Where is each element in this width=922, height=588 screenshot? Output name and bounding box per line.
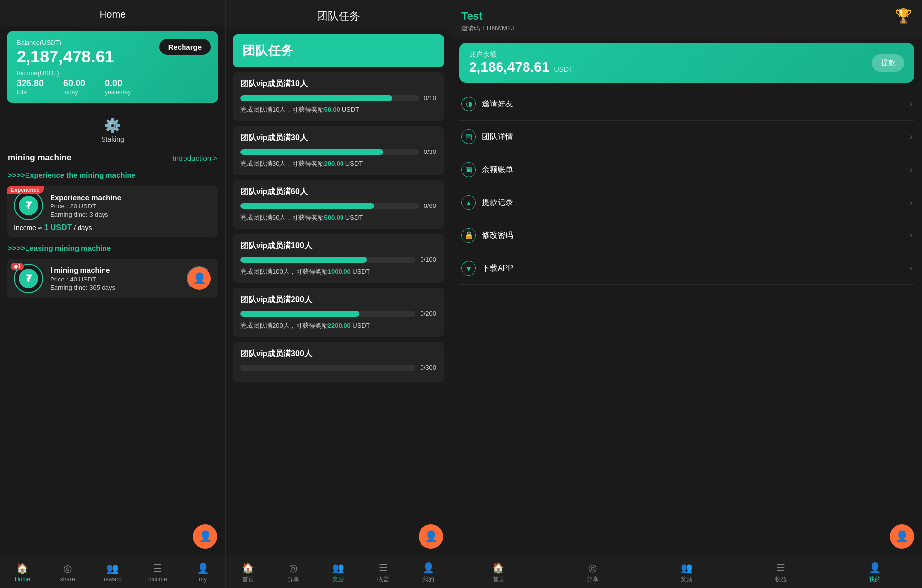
right-balance-row: 2,186,478.61 USDT <box>469 59 573 75</box>
staking-icon: ⚙️ <box>104 117 121 133</box>
nav-my[interactable]: 👤 my <box>180 557 225 588</box>
task-reward-2: 完成团队满60人，可获得奖励500.00 USDT <box>240 213 436 222</box>
income-today-sub: today <box>63 89 78 96</box>
right-nav-my[interactable]: 👤 我的 <box>828 557 922 588</box>
center-nav-home[interactable]: 🏠 首页 <box>226 557 271 588</box>
task-title-3: 团队vip成员满100人 <box>240 241 436 251</box>
right-balance-card: 账户余额 2,186,478.61 USDT 提款 <box>459 43 914 83</box>
right-nav-share[interactable]: ◎ 分享 <box>546 557 640 588</box>
reward-icon: 👥 <box>106 562 119 574</box>
center-nav-income-label: 收益 <box>377 575 389 584</box>
menu-chevron-2: › <box>910 165 912 174</box>
center-nav-home-label: 首页 <box>242 575 254 584</box>
exp-machine-days: Earning time: 3 days <box>50 211 211 218</box>
withdraw-button[interactable]: 提款 <box>872 54 904 72</box>
menu-icon-5: ▼ <box>461 261 476 276</box>
leasing-machine-card[interactable]: ◆1 ₮ Ⅰ mining machine Price : 40 USDT Ea… <box>7 259 218 298</box>
menu-item-0[interactable]: ◑ 邀请好友 › <box>459 88 914 121</box>
task-reward-0: 完成团队满10人，可获得奖励50.00 USDT <box>240 105 436 114</box>
task-item-0: 团队vip成员满10人 0/10 完成团队满10人，可获得奖励50.00 USD… <box>233 72 444 121</box>
experience-section-title: >>>>Experience the mining machine <box>0 167 225 183</box>
staking-section[interactable]: ⚙️ Staking <box>0 108 225 148</box>
recharge-button[interactable]: Recharge <box>159 39 211 55</box>
progress-text-0: 0/10 <box>424 94 436 102</box>
menu-item-1[interactable]: ▤ 团队详情 › <box>459 121 914 153</box>
team-task-banner: 团队任务 <box>233 34 444 67</box>
progress-row-0: 0/10 <box>240 94 436 102</box>
income-total-item: 326.80 total <box>17 78 44 96</box>
experience-badge: Experience <box>7 186 44 194</box>
menu-item-5[interactable]: ▼ 下载APP › <box>459 252 914 285</box>
task-title-1: 团队vip成员满30人 <box>240 133 436 143</box>
mining-section-title: mining machine <box>8 153 71 163</box>
income-today-item: 60.00 today <box>63 78 85 96</box>
center-nav-reward[interactable]: 👥 奖励 <box>316 557 361 588</box>
progress-text-3: 0/100 <box>420 256 436 263</box>
task-title-5: 团队vip成员满300人 <box>240 349 436 359</box>
center-income-icon: ☰ <box>379 562 388 574</box>
tether-icon: ₮ <box>19 196 38 215</box>
income-yesterday-value: 0.00 <box>105 78 122 89</box>
menu-item-4[interactable]: 🔒 修改密码 › <box>459 219 914 252</box>
progress-text-2: 0/60 <box>424 202 436 209</box>
left-support-fab[interactable]: 👤 <box>193 524 217 549</box>
task-reward-4: 完成团队满200人，可获得奖励2200.00 USDT <box>240 321 436 330</box>
center-share-icon: ◎ <box>289 562 297 574</box>
right-support-fab[interactable]: 👤 <box>890 524 914 549</box>
right-balance-currency: USDT <box>554 65 573 73</box>
menu-icon-0: ◑ <box>461 97 476 111</box>
income-icon: ☰ <box>153 562 162 574</box>
progress-bar-5 <box>240 365 415 371</box>
right-nav-income[interactable]: ☰ 收益 <box>734 557 828 588</box>
right-reward-icon: 👥 <box>681 562 693 574</box>
center-panel: 团队任务 团队任务 团队vip成员满10人 0/10 完成团队满10人，可获得奖… <box>226 0 451 588</box>
nav-reward[interactable]: 👥 reward <box>90 557 135 588</box>
menu-chevron-5: › <box>910 264 912 273</box>
center-nav-my[interactable]: 👤 我的 <box>406 557 451 588</box>
progress-text-5: 0/300 <box>420 364 436 371</box>
progress-bar-0 <box>240 95 419 101</box>
menu-item-2[interactable]: ▣ 余额账单 › <box>459 153 914 186</box>
right-nav-home-label: 首页 <box>493 575 504 584</box>
right-income-icon: ☰ <box>776 562 785 574</box>
right-balance-label: 账户余额 <box>469 51 573 59</box>
center-my-icon: 👤 <box>422 562 435 574</box>
lease-tether-icon: ₮ <box>19 269 38 288</box>
progress-text-1: 0/30 <box>424 148 436 155</box>
nav-income[interactable]: ☰ income <box>135 557 180 588</box>
leasing-machine-row: ₮ Ⅰ mining machine Price : 40 USDT Earni… <box>14 264 211 293</box>
menu-chevron-3: › <box>910 198 912 207</box>
progress-bar-2 <box>240 203 419 209</box>
left-bottom-nav: 🏠 Home ◎ share 👥 reward ☰ income 👤 my <box>0 557 225 588</box>
right-nav-home[interactable]: 🏠 首页 <box>451 557 546 588</box>
nav-home-label: Home <box>15 576 30 583</box>
progress-row-3: 0/100 <box>240 256 436 263</box>
lease-support-button[interactable]: 👤 <box>187 266 211 291</box>
lease-machine-price: Price : 40 USDT <box>50 276 180 283</box>
progress-fill-0 <box>240 95 392 101</box>
progress-row-4: 0/200 <box>240 310 436 317</box>
progress-fill-2 <box>240 203 374 209</box>
staking-label: Staking <box>101 135 124 143</box>
right-nav-reward[interactable]: 👥 奖励 <box>640 557 734 588</box>
center-nav-share[interactable]: ◎ 分享 <box>271 557 316 588</box>
progress-fill-1 <box>240 149 383 155</box>
leasing-section-title: >>>>Leasing mining machine <box>0 240 225 256</box>
menu-item-3[interactable]: ▲ 提款记录 › <box>459 186 914 219</box>
nav-home[interactable]: 🏠 Home <box>0 557 45 588</box>
income-label: Income(USDT) <box>17 69 209 77</box>
right-nav-share-label: 分享 <box>587 575 599 584</box>
task-item-5: 团队vip成员满300人 0/300 <box>233 342 444 382</box>
experience-machine-card[interactable]: Experience ₮ Experience machine Price : … <box>7 186 218 237</box>
exp-machine-info: Experience machine Price : 20 USDT Earni… <box>50 193 211 218</box>
progress-bar-1 <box>240 149 419 155</box>
nav-share[interactable]: ◎ share <box>45 557 90 588</box>
introduction-link[interactable]: Introduction > <box>173 154 217 162</box>
left-header: Home <box>0 0 225 26</box>
right-title: Test <box>461 10 483 23</box>
exp-machine-income: Income ≈ 1 USDT / days <box>14 220 211 232</box>
center-support-fab[interactable]: 👤 <box>419 524 443 549</box>
task-title-4: 团队vip成员满200人 <box>240 295 436 305</box>
center-nav-income[interactable]: ☰ 收益 <box>361 557 406 588</box>
menu-item-left-3: ▲ 提款记录 <box>461 195 513 210</box>
